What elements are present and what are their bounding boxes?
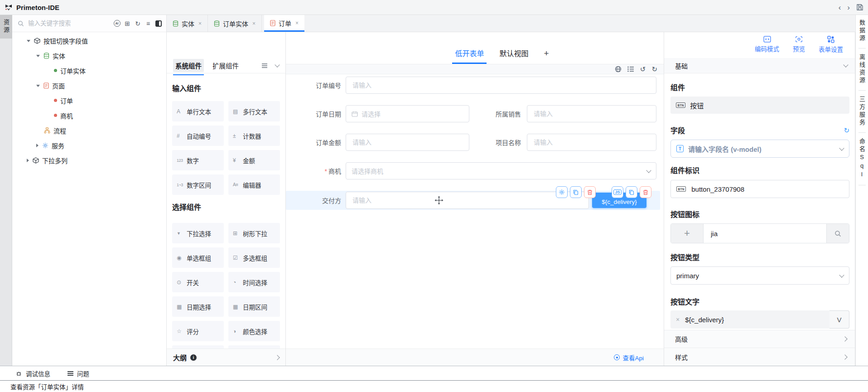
view-tab-default-view[interactable]: 默认视图 [499, 48, 528, 64]
palette-item-checkbox-group[interactable]: ☑多选框组 [228, 247, 280, 268]
model-cube-icon[interactable]: ⊞ [123, 19, 131, 28]
palette-item-auto-number[interactable]: #自动编号 [172, 126, 224, 146]
plus-icon[interactable]: + [671, 224, 704, 243]
button-type-select[interactable]: primary [670, 266, 849, 285]
chevron-right-icon[interactable] [275, 355, 280, 360]
doc-tab-order-page[interactable]: 订单 × [264, 15, 304, 32]
strip-tab-offline-resources[interactable]: 离线资源 [858, 54, 866, 85]
tree-item-dropdown-multicol[interactable]: 下拉多列 [12, 153, 166, 168]
add-view-button[interactable]: + [544, 48, 549, 64]
copy-button[interactable] [626, 186, 637, 198]
form-row-order-date-sales[interactable]: 订单日期 请选择 所属销售 [290, 105, 656, 122]
form-row-opportunity[interactable]: *商机 请选择商机 [290, 162, 656, 179]
history-back-icon[interactable]: ‹ [839, 4, 841, 11]
palette-list-icon[interactable] [262, 63, 267, 68]
palette-item-color-picker[interactable]: ◑颜色选择 [228, 321, 280, 341]
icon-search-button[interactable] [826, 224, 849, 243]
panel-toggle-icon[interactable] [154, 19, 163, 28]
copy-button[interactable] [570, 186, 582, 198]
palette-item-multi-line-text[interactable]: ▤多行文本 [228, 101, 280, 121]
tree-item-opportunity-page[interactable]: 商机 [12, 108, 166, 123]
close-tab-icon[interactable]: × [198, 20, 202, 27]
strip-tab-datasource[interactable]: 数据源 [858, 19, 866, 43]
button-icon-input[interactable] [710, 229, 820, 238]
outline-bar[interactable]: 大纲 i [167, 348, 285, 366]
palette-item-editor[interactable]: A≡编辑器 [228, 174, 280, 195]
palette-item-clipped[interactable] [228, 345, 280, 348]
history-forward-icon[interactable]: › [847, 4, 850, 11]
debug-info-tab[interactable]: 调试信息 [15, 369, 50, 378]
form-settings-button[interactable]: 表单设置 [819, 36, 843, 53]
delete-button[interactable] [640, 186, 651, 198]
form-row-order-no[interactable]: 订单编号 [290, 77, 656, 94]
palette-item-dropdown[interactable]: ▼下拉选择 [172, 223, 224, 243]
expand-right-icon[interactable] [36, 144, 39, 147]
form-row-amount-project[interactable]: 订单金额 项目名称 [290, 134, 656, 151]
expand-down-icon[interactable] [36, 85, 40, 87]
refresh-icon[interactable]: ↻ [134, 19, 142, 28]
palette-item-date-picker[interactable]: ▦日期选择 [172, 296, 224, 317]
js-action-button[interactable]: JS [612, 186, 623, 198]
doc-tab-entity[interactable]: 实体 × [167, 15, 208, 32]
palette-item-rating[interactable]: ☆评分 [172, 321, 224, 341]
redo-icon[interactable]: ↻ [651, 66, 657, 73]
project-name-input[interactable] [533, 138, 651, 146]
palette-item-date-range[interactable]: ▦日期区间 [228, 296, 280, 317]
close-tab-icon[interactable]: × [295, 20, 299, 26]
palette-tab-system[interactable]: 系统组件 [173, 59, 204, 72]
form-row-delivery-selected[interactable]: 交付方 ${c_delivery} JS [286, 191, 660, 210]
order-date-picker[interactable]: 请选择 [346, 105, 469, 122]
problems-tab[interactable]: 问题 [68, 369, 89, 378]
amount-input[interactable] [352, 138, 463, 146]
preview-button[interactable]: 预览 [793, 36, 805, 53]
close-tab-icon[interactable]: × [252, 20, 256, 27]
palette-item-amount[interactable]: ¥金额 [228, 150, 280, 170]
chevron-down-icon[interactable] [275, 62, 280, 67]
view-api-link[interactable]: 查看Api [622, 353, 644, 362]
palette-item-counter[interactable]: ±计数器 [228, 126, 280, 146]
palette-item-number-range[interactable]: 1~3数字区间 [172, 174, 224, 195]
save-icon[interactable] [856, 4, 863, 11]
tree-item-project[interactable]: 按钮切换字段值 [12, 33, 166, 48]
palette-item-number[interactable]: 123数字 [172, 150, 224, 170]
palette-item-switch[interactable]: ⊙开关 [172, 272, 224, 292]
resources-strip-tab[interactable]: 资源 [0, 15, 12, 39]
explorer-search-input[interactable] [27, 19, 111, 27]
inspector-section-style[interactable]: 样式 [664, 348, 855, 366]
palette-item-single-line-text[interactable]: A单行文本 [172, 101, 224, 121]
doc-tab-order-entity[interactable]: 订单实体 × [208, 15, 262, 32]
delete-button[interactable] [584, 186, 596, 198]
view-tab-lowcode-form[interactable]: 低开表单 [455, 48, 484, 64]
move-cursor-icon[interactable] [434, 195, 444, 208]
palette-item-time-picker[interactable]: ◔时间选择 [228, 272, 280, 292]
undo-icon[interactable]: ↺ [640, 66, 646, 73]
inspector-section-basic[interactable]: 基础 [664, 58, 855, 73]
opportunity-select[interactable]: 请选择商机 [346, 162, 656, 179]
tree-item-services[interactable]: 服务 [12, 138, 166, 153]
variable-picker-button[interactable]: V [829, 310, 849, 329]
field-name-select[interactable]: T 请输入字段名 (v-model) [670, 140, 849, 158]
strip-tab-named-sql[interactable]: 命名Sql [858, 138, 866, 179]
expand-right-icon[interactable] [27, 159, 29, 162]
expand-down-icon[interactable] [27, 40, 30, 42]
outline-tree-icon[interactable] [627, 66, 634, 72]
collapse-sort-icon[interactable]: ≡ [144, 19, 152, 28]
i18n-globe-icon[interactable] [615, 66, 622, 73]
settings-button[interactable] [556, 186, 568, 198]
palette-tab-extension[interactable]: 扩展组件 [210, 59, 241, 72]
tree-item-order-entity[interactable]: 订单实体 [12, 63, 166, 78]
refresh-field-icon[interactable]: ↻ [844, 127, 849, 134]
code-mode-button[interactable]: 编码模式 [755, 36, 779, 53]
ai-assistant-icon[interactable]: AI [113, 19, 121, 28]
palette-item-tree-dropdown[interactable]: ⊞树形下拉 [228, 223, 280, 243]
expand-down-icon[interactable] [36, 55, 40, 57]
tree-item-order-page[interactable]: 订单 [12, 93, 166, 108]
order-no-input[interactable] [352, 81, 651, 89]
sales-input[interactable] [533, 110, 651, 118]
identifier-input[interactable] [690, 185, 844, 194]
palette-item-clipped[interactable] [172, 345, 224, 348]
tree-item-pages[interactable]: 页面 [12, 78, 166, 93]
palette-item-radio-group[interactable]: ◉单选框组 [172, 247, 224, 268]
strip-tab-third-party-services[interactable]: 三方服务 [858, 96, 866, 127]
clear-icon[interactable]: × [676, 316, 680, 323]
